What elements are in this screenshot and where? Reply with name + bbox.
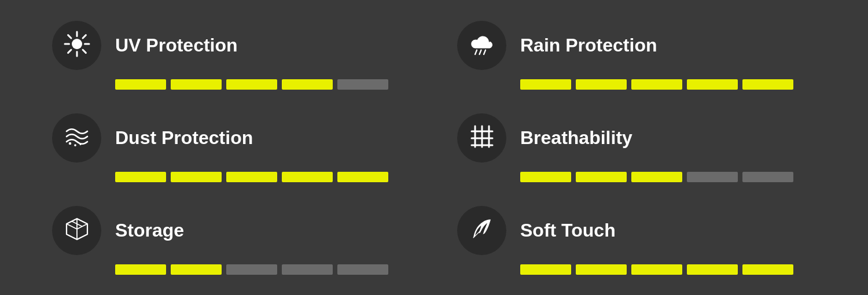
bar-segment — [282, 79, 333, 90]
bar-segment — [520, 79, 571, 90]
svg-line-7 — [83, 35, 86, 38]
bar-segment — [115, 172, 166, 182]
svg-point-0 — [72, 39, 82, 49]
bar-segment — [282, 264, 333, 275]
bar-segment — [631, 172, 682, 182]
svg-line-5 — [68, 35, 71, 38]
breathability-icon — [468, 123, 496, 153]
bar-segment — [742, 172, 793, 182]
bar-segment — [282, 172, 333, 182]
bar-segment — [687, 264, 738, 275]
bar-segment — [226, 264, 277, 275]
dust-protection-bars — [115, 172, 411, 182]
icon-circle-rain — [457, 21, 506, 70]
svg-line-9 — [475, 50, 477, 55]
svg-point-14 — [79, 143, 81, 145]
bar-segment — [337, 79, 388, 90]
feature-cell-dust-protection: Dust Protection — [29, 101, 434, 194]
svg-line-10 — [479, 50, 481, 55]
storage-label: Storage — [115, 220, 184, 241]
bar-segment — [520, 172, 571, 182]
bar-segment — [171, 264, 222, 275]
features-grid: UV Protection — [29, 9, 839, 286]
bar-segment — [115, 79, 166, 90]
icon-circle-breathability — [457, 113, 506, 163]
breathability-label: Breathability — [520, 127, 632, 149]
svg-point-12 — [68, 142, 71, 145]
uv-protection-bars — [115, 79, 411, 90]
bar-segment — [631, 264, 682, 275]
bar-segment — [631, 79, 682, 90]
bar-segment — [687, 79, 738, 90]
feature-cell-breathability: Breathability — [434, 101, 839, 194]
soft-touch-bars — [520, 264, 816, 275]
bar-segment — [171, 79, 222, 90]
bar-segment — [576, 264, 627, 275]
icon-circle-dust — [52, 113, 101, 163]
storage-icon — [63, 215, 91, 245]
bar-segment — [226, 172, 277, 182]
bar-segment — [171, 172, 222, 182]
bar-segment — [337, 264, 388, 275]
feature-cell-uv-protection: UV Protection — [29, 9, 434, 101]
svg-line-8 — [68, 50, 71, 53]
feature-cell-rain-protection: Rain Protection — [434, 9, 839, 101]
icon-circle-uv — [52, 21, 101, 70]
breathability-bars — [520, 172, 816, 182]
bar-segment — [576, 172, 627, 182]
bar-segment — [742, 79, 793, 90]
icon-circle-storage — [52, 206, 101, 255]
bar-segment — [742, 264, 793, 275]
bar-segment — [687, 172, 738, 182]
svg-line-6 — [83, 50, 86, 53]
sun-icon — [63, 30, 91, 60]
bar-segment — [520, 264, 571, 275]
bar-segment — [115, 264, 166, 275]
bar-segment — [226, 79, 277, 90]
svg-point-13 — [74, 144, 76, 146]
rain-icon — [468, 30, 496, 60]
feature-cell-soft-touch: Soft Touch — [434, 194, 839, 286]
rain-protection-bars — [520, 79, 816, 90]
rain-protection-label: Rain Protection — [520, 35, 657, 56]
storage-bars — [115, 264, 411, 275]
feather-icon — [468, 215, 496, 245]
bar-segment — [576, 79, 627, 90]
feature-cell-storage: Storage — [29, 194, 434, 286]
bar-segment — [337, 172, 388, 182]
uv-protection-label: UV Protection — [115, 35, 238, 56]
soft-touch-label: Soft Touch — [520, 220, 616, 241]
dust-protection-label: Dust Protection — [115, 127, 253, 149]
dust-icon — [63, 123, 91, 153]
icon-circle-soft-touch — [457, 206, 506, 255]
svg-line-11 — [484, 50, 486, 55]
